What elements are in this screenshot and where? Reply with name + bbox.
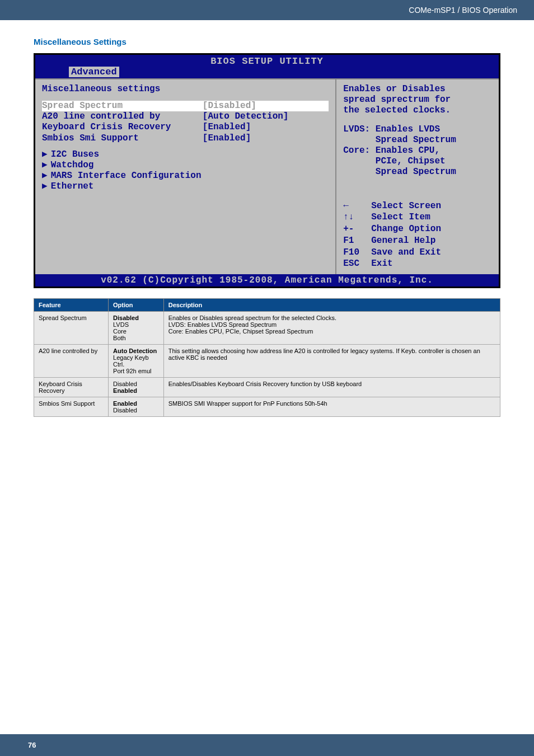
key-label: Exit xyxy=(371,259,392,269)
help-line: Spread Spectrum xyxy=(343,135,492,145)
help-line: PCIe, Chipset xyxy=(343,156,492,167)
bios-left-panel: Miscellaneous settings Spread Spectrum [… xyxy=(35,79,336,274)
key: F1 xyxy=(343,235,371,247)
bios-key-legend: ←Select Screen ↑↓Select Item +-Change Op… xyxy=(343,200,492,270)
help-line: spread sprectrum for xyxy=(343,95,492,105)
table-header-row: Feature Option Description xyxy=(34,299,500,312)
page-header: COMe-mSP1 / BIOS Operation xyxy=(0,0,534,20)
arrow-icon: ▶ xyxy=(42,160,48,171)
key-label: General Help xyxy=(371,236,435,246)
option-rest: Disabled xyxy=(113,407,137,414)
option-pre: Disabled xyxy=(113,381,137,387)
setting-value: [Disabled] xyxy=(203,101,329,111)
setting-label: Keyboard Crisis Recovery xyxy=(42,122,203,133)
option-bold: Enabled xyxy=(113,387,137,394)
cell-option: Disabled Enabled xyxy=(109,378,164,397)
cell-feature: A20 line controlled by xyxy=(34,345,109,378)
arrow-icon: ▶ xyxy=(42,171,48,181)
submenu-row: ▶ Ethernet xyxy=(42,181,329,192)
setting-row: Smbios Smi Support [Enabled] xyxy=(42,133,329,144)
key: ← xyxy=(343,200,371,212)
help-line: the selected clocks. xyxy=(343,105,492,116)
submenu-row: ▶ Watchdog xyxy=(42,160,329,171)
th-feature: Feature xyxy=(34,299,109,312)
key-label: Change Option xyxy=(371,224,441,234)
cell-desc: This setting allows choosing how address… xyxy=(163,345,500,378)
option-bold: Disabled xyxy=(113,314,139,321)
bios-header: BIOS SETUP UTILITY Advanced xyxy=(35,55,499,78)
cell-feature: Keyboard Crisis Recovery xyxy=(34,378,109,397)
help-text: Enables or Disables spread sprectrum for… xyxy=(343,84,492,178)
th-description: Description xyxy=(163,299,500,312)
bios-tabs: Advanced xyxy=(35,67,499,78)
help-line: LVDS: Enables LVDS xyxy=(343,124,492,135)
submenu-label: Ethernet xyxy=(51,181,94,192)
table-row: Smbios Smi Support Enabled Disabled SMBI… xyxy=(34,397,500,417)
bios-tab-advanced: Advanced xyxy=(69,67,119,77)
panel-heading: Miscellaneous settings xyxy=(42,84,329,94)
help-line: Spread Spectrum xyxy=(343,167,492,177)
cell-desc: Enables or Disables spread spectrum for … xyxy=(163,312,500,345)
bios-footer: v02.62 (C)Copyright 1985-2008, American … xyxy=(35,274,499,287)
section-title: Miscellaneous Settings xyxy=(34,37,500,46)
key-label: Save and Exit xyxy=(371,247,441,257)
setting-value: [Enabled] xyxy=(203,122,329,133)
breadcrumb: COMe-mSP1 / BIOS Operation xyxy=(409,6,517,15)
cell-option: Auto Detection Legacy Keyb Ctrl. Port 92… xyxy=(109,345,164,378)
table-row: Spread Spectrum Disabled LVDS Core Both … xyxy=(34,312,500,345)
cell-desc: SMBIOS SMI Wrapper support for PnP Funct… xyxy=(163,397,500,417)
cell-desc: Enables/Disables Keyboard Crisis Recover… xyxy=(163,378,500,397)
setting-label: Smbios Smi Support xyxy=(42,133,203,144)
setting-value: [Enabled] xyxy=(203,133,329,144)
submenu-label: Watchdog xyxy=(51,160,94,171)
feature-table: Feature Option Description Spread Spectr… xyxy=(34,298,500,417)
setting-value: [Auto Detection] xyxy=(203,111,329,122)
setting-label: Spread Spectrum xyxy=(42,101,203,111)
help-line: Core: Enables CPU, xyxy=(343,145,492,156)
key: +- xyxy=(343,223,371,235)
cell-option: Enabled Disabled xyxy=(109,397,164,417)
cell-feature: Spread Spectrum xyxy=(34,312,109,345)
table-row: Keyboard Crisis Recovery Disabled Enable… xyxy=(34,378,500,397)
bios-title: BIOS SETUP UTILITY xyxy=(35,56,499,67)
setting-label: A20 line controlled by xyxy=(42,111,203,122)
setting-row: A20 line controlled by [Auto Detection] xyxy=(42,111,329,122)
key: ESC xyxy=(343,258,371,270)
option-bold: Enabled xyxy=(113,400,137,407)
option-rest: Legacy Keyb Ctrl. Port 92h emul xyxy=(113,354,151,374)
key: ↑↓ xyxy=(343,212,371,223)
option-rest: LVDS Core Both xyxy=(113,321,129,341)
help-line: Enables or Disables xyxy=(343,84,492,95)
bios-help-panel: Enables or Disables spread sprectrum for… xyxy=(336,79,499,274)
submenu-row: ▶ I2C Buses xyxy=(42,149,329,160)
submenu-row: ▶ MARS Interface Configuration xyxy=(42,171,329,181)
setting-row: Keyboard Crisis Recovery [Enabled] xyxy=(42,122,329,133)
th-option: Option xyxy=(109,299,164,312)
option-bold: Auto Detection xyxy=(113,348,157,354)
cell-feature: Smbios Smi Support xyxy=(34,397,109,417)
arrow-icon: ▶ xyxy=(42,181,48,192)
submenu-label: I2C Buses xyxy=(51,149,99,160)
content: Miscellaneous Settings BIOS SETUP UTILIT… xyxy=(0,20,534,434)
bios-body: Miscellaneous settings Spread Spectrum [… xyxy=(35,78,499,274)
setting-row: Spread Spectrum [Disabled] xyxy=(42,101,329,111)
bios-screenshot: BIOS SETUP UTILITY Advanced Miscellaneou… xyxy=(34,53,500,288)
submenu-label: MARS Interface Configuration xyxy=(51,171,202,181)
key-label: Select Screen xyxy=(371,201,441,211)
key-label: Select Item xyxy=(371,212,430,222)
cell-option: Disabled LVDS Core Both xyxy=(109,312,164,345)
key: F10 xyxy=(343,247,371,259)
arrow-icon: ▶ xyxy=(42,149,48,160)
table-row: A20 line controlled by Auto Detection Le… xyxy=(34,345,500,378)
